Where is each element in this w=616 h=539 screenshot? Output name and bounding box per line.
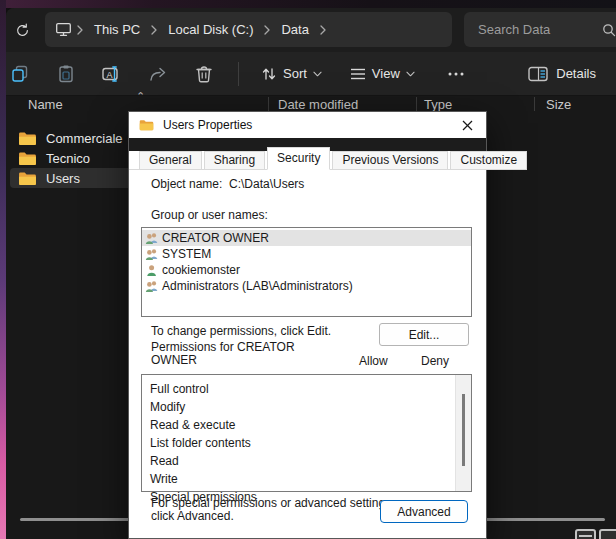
search-box[interactable]: Search Data — [464, 12, 616, 47]
wallpaper-top-edge — [0, 0, 616, 8]
share-button[interactable] — [146, 62, 170, 86]
rename-icon: A — [101, 64, 123, 84]
group-icon — [145, 232, 159, 245]
user-icon — [145, 264, 159, 277]
command-toolbar: A Sort View Details — [6, 52, 616, 96]
more-options-button[interactable] — [439, 67, 473, 81]
breadcrumb-item-local-disk-c[interactable]: Local Disk (C:) — [162, 19, 259, 40]
permission-row-read-execute[interactable]: Read & execute — [142, 416, 471, 434]
ellipsis-icon — [447, 71, 465, 77]
search-placeholder: Search Data — [478, 22, 602, 37]
dialog-title-bar[interactable]: Users Properties — [129, 112, 486, 138]
permissions-list[interactable]: Full control Modify Read & execute List … — [141, 374, 472, 492]
group-row-cookiemonster[interactable]: cookiemonster — [142, 262, 471, 278]
breadcrumb: This PC Local Disk (C:) Data — [88, 19, 331, 40]
group-icon — [145, 280, 159, 293]
address-bar[interactable]: This PC Local Disk (C:) Data — [45, 12, 452, 47]
permission-row-read[interactable]: Read — [142, 452, 471, 470]
paste-button[interactable] — [54, 62, 78, 86]
delete-button[interactable] — [192, 62, 216, 86]
edit-button[interactable]: Edit... — [379, 323, 469, 346]
sort-icon — [261, 66, 277, 82]
folder-name: Commerciale — [46, 131, 123, 146]
column-header-size[interactable]: Size — [546, 97, 571, 112]
breadcrumb-segment: This PC — [88, 19, 162, 40]
breadcrumb-segment: Data — [275, 19, 330, 40]
folder-icon — [139, 119, 154, 131]
permission-name: Write — [150, 472, 178, 486]
this-pc-icon — [55, 22, 72, 37]
object-name-value: C:\Data\Users — [229, 177, 304, 191]
toolbar-divider — [238, 62, 239, 86]
tab-previous-versions[interactable]: Previous Versions — [332, 151, 448, 170]
tab-customize[interactable]: Customize — [450, 151, 527, 170]
permission-name: Read — [150, 454, 179, 468]
chevron-right-icon — [77, 25, 83, 35]
security-tab-page: Object name: C:\Data\Users Group or user… — [129, 169, 486, 538]
close-button[interactable] — [458, 116, 476, 134]
permission-row-modify[interactable]: Modify — [142, 398, 471, 416]
details-view-toggle-icon[interactable] — [575, 529, 596, 539]
dialog-title: Users Properties — [163, 118, 458, 132]
column-header-name[interactable]: Name — [28, 97, 63, 112]
permission-name: Full control — [150, 382, 209, 396]
group-row-creator-owner[interactable]: CREATOR OWNER — [142, 230, 471, 246]
column-divider[interactable] — [534, 97, 535, 111]
rename-button[interactable]: A — [100, 62, 124, 86]
group-row-system[interactable]: SYSTEM — [142, 246, 471, 262]
vertical-scrollbar[interactable] — [455, 375, 471, 491]
trash-icon — [194, 64, 214, 84]
close-icon — [462, 120, 473, 131]
object-name-label: Object name: — [151, 177, 222, 191]
edit-hint: To change permissions, click Edit. — [151, 324, 331, 338]
permissions-for-label-line2: OWNER — [151, 354, 295, 367]
details-label: Details — [556, 66, 596, 81]
folder-icon — [18, 151, 37, 166]
chevron-right-icon — [264, 25, 270, 35]
breadcrumb-item-this-pc[interactable]: This PC — [88, 19, 146, 40]
view-label: View — [372, 66, 400, 81]
refresh-button[interactable] — [8, 17, 36, 43]
copy-button[interactable] — [8, 62, 32, 86]
advanced-button[interactable]: Advanced — [380, 500, 468, 523]
folder-icon — [18, 131, 37, 146]
share-icon — [148, 64, 168, 84]
permission-name: List folder contents — [150, 436, 251, 450]
permission-row-full-control[interactable]: Full control — [142, 380, 471, 398]
column-divider[interactable] — [268, 97, 269, 111]
dialog-tabstrip: GeneralSharingSecurityPrevious VersionsC… — [129, 151, 486, 169]
permission-row-write[interactable]: Write — [142, 470, 471, 488]
column-header-date-modified[interactable]: Date modified — [278, 97, 358, 112]
breadcrumb-item-data[interactable]: Data — [275, 19, 314, 40]
folder-name: Users — [46, 171, 80, 186]
scrollbar-thumb[interactable] — [462, 394, 465, 466]
principal-name: cookiemonster — [162, 263, 240, 277]
paste-icon — [56, 64, 76, 84]
permission-row-list-folder-contents[interactable]: List folder contents — [142, 434, 471, 452]
icons-view-toggle-icon[interactable] — [599, 529, 616, 539]
chevron-down-icon — [406, 71, 415, 77]
tab-general[interactable]: General — [139, 151, 202, 170]
details-button[interactable]: Details — [522, 62, 602, 86]
column-divider[interactable] — [416, 97, 417, 111]
column-header-type[interactable]: Type — [424, 97, 452, 112]
breadcrumb-segment: Local Disk (C:) — [162, 19, 275, 40]
view-button[interactable]: View — [344, 62, 421, 85]
folder-icon — [18, 171, 37, 186]
principal-name: SYSTEM — [162, 247, 211, 261]
details-pane-icon — [528, 66, 548, 82]
permission-name: Modify — [150, 400, 185, 414]
copy-icon — [10, 64, 30, 84]
group-user-names-list[interactable]: CREATOR OWNER SYSTEM cookiemonster Admin… — [141, 227, 472, 317]
svg-text:A: A — [107, 69, 113, 79]
chevron-down-icon — [313, 71, 322, 77]
sort-button[interactable]: Sort — [255, 62, 328, 86]
folder-name: Tecnico — [46, 151, 90, 166]
refresh-icon — [15, 23, 30, 38]
group-row-administrators-lab-administrators[interactable]: Administrators (LAB\Administrators) — [142, 278, 471, 294]
tab-security[interactable]: Security — [267, 147, 330, 170]
users-properties-dialog: Users Properties GeneralSharingSecurityP… — [128, 111, 487, 539]
tab-sharing[interactable]: Sharing — [204, 151, 265, 170]
principal-name: Administrators (LAB\Administrators) — [162, 279, 353, 293]
chevron-right-icon — [151, 25, 157, 35]
